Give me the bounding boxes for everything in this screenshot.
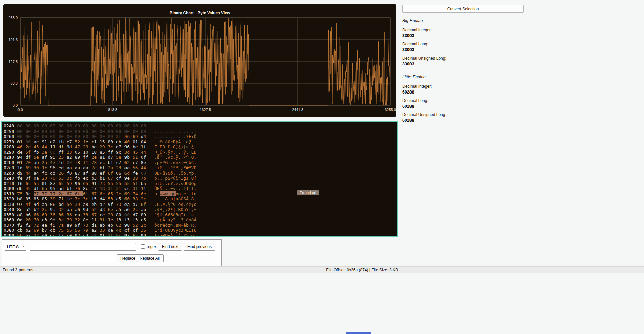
hex-byte[interactable]: 97: [17, 202, 26, 207]
ascii-char[interactable]: .: [194, 212, 196, 218]
hex-byte[interactable]: d7: [133, 212, 141, 218]
ascii-char[interactable]: Q: [191, 181, 194, 186]
ascii-char[interactable]: .: [154, 155, 157, 160]
hex-byte[interactable]: b1: [100, 176, 108, 181]
hex-byte[interactable]: 80: [116, 212, 124, 218]
hex-byte[interactable]: 0f: [42, 181, 50, 186]
ascii-char[interactable]: i: [162, 212, 165, 218]
hex-byte[interactable]: 85: [100, 150, 108, 155]
ascii-char[interactable]: `: [189, 196, 191, 202]
hex-byte[interactable]: a9: [67, 223, 75, 228]
ascii-char[interactable]: b: [189, 160, 191, 165]
hex-byte[interactable]: 18: [92, 150, 100, 155]
hex-byte[interactable]: 9d: [50, 217, 59, 223]
hex-byte[interactable]: 00: [108, 129, 116, 134]
ascii-char[interactable]: .: [189, 233, 191, 237]
ascii-char[interactable]: ê: [189, 202, 191, 207]
hex-byte[interactable]: be: [92, 144, 100, 150]
hex-byte[interactable]: 20: [26, 217, 34, 223]
ascii-char[interactable]: ·: [157, 233, 160, 237]
hex-byte[interactable]: 70: [50, 176, 59, 181]
hex-byte[interactable]: 00: [42, 129, 50, 134]
hex-byte[interactable]: 38: [133, 196, 141, 202]
ascii-char[interactable]: ?: [181, 217, 183, 223]
hex-byte[interactable]: 85: [42, 196, 50, 202]
hex-byte[interactable]: c0: [67, 233, 75, 237]
hex-byte[interactable]: aa: [42, 202, 50, 207]
hex-byte[interactable]: 70: [34, 217, 42, 223]
ascii-char[interactable]: ó: [189, 217, 191, 223]
ascii-char[interactable]: .: [183, 134, 186, 139]
hex-byte[interactable]: 37: [34, 233, 42, 237]
hex-byte[interactable]: a4: [34, 171, 42, 176]
hex-byte[interactable]: c3: [42, 217, 50, 223]
hex-byte[interactable]: 69: [26, 165, 34, 171]
ascii-char[interactable]: ²: [160, 207, 163, 212]
hex-byte[interactable]: cf: [124, 228, 133, 233]
ascii-char[interactable]: 0: [160, 165, 163, 171]
ascii-char[interactable]: 2: [173, 217, 176, 223]
hex-byte[interactable]: c5: [141, 217, 149, 223]
ascii-char[interactable]: 9: [173, 202, 176, 207]
ascii-char[interactable]: <: [170, 176, 173, 181]
ascii-char[interactable]: À: [170, 233, 173, 237]
ascii-char[interactable]: .: [194, 186, 196, 191]
ascii-char[interactable]: ë: [183, 223, 186, 228]
ascii-char[interactable]: .: [168, 191, 170, 197]
hex-byte[interactable]: 36: [59, 212, 67, 218]
ascii-char[interactable]: Ñ: [178, 223, 181, 228]
ascii-char[interactable]: .: [165, 134, 168, 139]
ascii-char[interactable]: &: [168, 171, 170, 176]
ascii-char[interactable]: .: [186, 150, 189, 155]
hex-byte[interactable]: b5: [141, 181, 149, 186]
hex-byte[interactable]: 46: [17, 144, 26, 150]
ascii-char[interactable]: 1: [183, 186, 186, 191]
replace-input[interactable]: [30, 255, 114, 262]
hex-byte[interactable]: 29: [83, 144, 92, 150]
hex-byte[interactable]: 9d: [34, 202, 42, 207]
hex-byte[interactable]: aa: [67, 165, 75, 171]
ascii-char[interactable]: .: [194, 233, 196, 237]
hex-byte[interactable]: 52: [133, 223, 141, 228]
ascii-char[interactable]: ?: [183, 233, 186, 237]
ascii-char[interactable]: V: [191, 165, 194, 171]
hex-byte[interactable]: db: [17, 186, 26, 191]
ascii-char[interactable]: .: [173, 129, 176, 134]
hex-byte[interactable]: cc: [124, 186, 133, 191]
hex-byte[interactable]: 4c: [116, 228, 124, 233]
hex-byte[interactable]: f3: [124, 217, 133, 223]
hex-byte[interactable]: 78: [92, 160, 100, 165]
hex-byte[interactable]: a6: [75, 207, 83, 212]
hex-byte[interactable]: d7: [108, 155, 116, 160]
ascii-char[interactable]: ¾: [178, 144, 181, 150]
ascii-char[interactable]: D: [162, 144, 165, 150]
hex-byte[interactable]: 00: [116, 123, 124, 129]
hex-byte[interactable]: b2: [26, 228, 34, 233]
hex-byte[interactable]: f2: [17, 223, 26, 228]
ascii-char[interactable]: ¤: [160, 171, 163, 176]
ascii-char[interactable]: Í: [176, 233, 178, 237]
hex-byte[interactable]: 7b: [141, 176, 149, 181]
ascii-char[interactable]: .: [165, 155, 168, 160]
hex-byte[interactable]: ff: [59, 150, 67, 155]
ascii-char[interactable]: o: [183, 171, 186, 176]
ascii-char[interactable]: D: [194, 165, 196, 171]
hex-byte[interactable]: 00: [42, 134, 50, 139]
ascii-char[interactable]: ,: [162, 207, 165, 212]
ascii-char[interactable]: ¢: [157, 207, 160, 212]
hex-byte[interactable]: eb: [92, 202, 100, 207]
hex-byte[interactable]: eb: [116, 139, 124, 145]
ascii-char[interactable]: Þ: [154, 150, 157, 155]
hex-byte[interactable]: 67: [92, 191, 100, 197]
hex-byte[interactable]: d9: [17, 171, 26, 176]
ascii-char[interactable]: Ô: [181, 196, 183, 202]
ascii-char[interactable]: Ý: [165, 171, 168, 176]
hex-byte[interactable]: d3: [100, 207, 108, 212]
ascii-char[interactable]: .: [176, 134, 178, 139]
ascii-char[interactable]: o: [194, 202, 196, 207]
hex-byte[interactable]: 5f: [26, 150, 34, 155]
ascii-char[interactable]: o: [176, 191, 178, 197]
hex-byte[interactable]: a2: [92, 228, 100, 233]
ascii-char[interactable]: .: [157, 191, 160, 197]
hex-byte[interactable]: be: [133, 144, 141, 150]
